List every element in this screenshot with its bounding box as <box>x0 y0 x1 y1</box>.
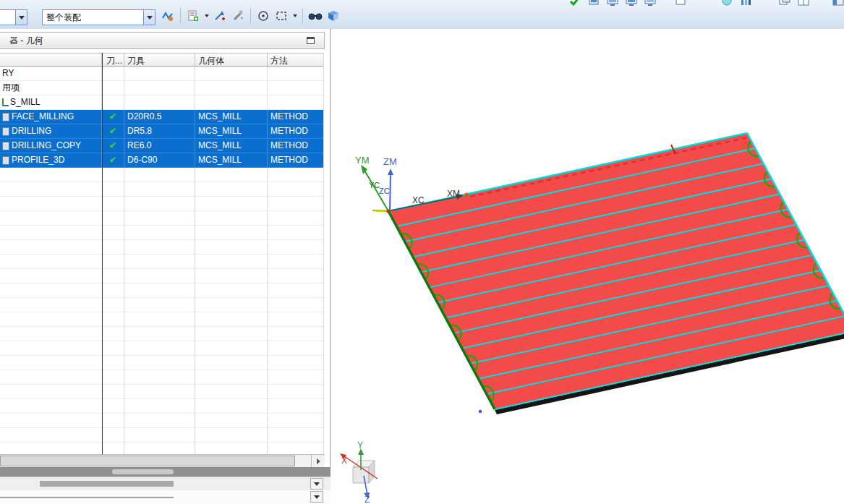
chevron-down-icon <box>314 482 320 486</box>
monitor-icon-2[interactable] <box>625 0 638 7</box>
column-line <box>124 168 124 454</box>
view-triad[interactable]: X Y Z <box>340 440 378 504</box>
toolbar-icon-group <box>160 8 341 24</box>
panel-splitter[interactable] <box>0 467 331 477</box>
window-icon[interactable] <box>674 0 687 7</box>
verify-check-icon[interactable] <box>568 0 581 7</box>
add-operation-icon[interactable] <box>212 8 228 24</box>
mcs-icon <box>2 98 9 106</box>
column-line <box>323 53 324 454</box>
operation-icon <box>2 113 9 121</box>
scrollbar-thumb[interactable] <box>40 481 174 487</box>
generated-check-icon: ✔ <box>109 126 116 136</box>
tool-cell: D6-C90 <box>124 153 195 168</box>
method-cell: METHOD <box>268 124 324 139</box>
column-header-tool[interactable]: 刀具 <box>124 54 195 66</box>
table-row-geometry[interactable]: RY <box>0 67 324 81</box>
scroll-down-button[interactable] <box>310 491 323 503</box>
operation-navigator-panel: 器 - 几何 刀... 刀具 几何体 方法 RY 用项 S_MILL <box>0 29 331 467</box>
operation-icon <box>2 142 9 150</box>
axis-label-ym: YM <box>355 155 370 166</box>
chevron-down-icon[interactable] <box>291 8 298 24</box>
visibility-glasses-icon[interactable] <box>307 8 323 24</box>
divider-line <box>0 497 174 498</box>
toolbar-separator <box>302 8 303 24</box>
horizontal-scrollbar[interactable] <box>0 454 325 467</box>
chevron-down-icon <box>314 495 320 499</box>
edit-tool-icon[interactable] <box>230 8 246 24</box>
table-row-profile-3d[interactable]: PROFILE_3D ✔ D6-C90 MCS_MILL METHOD <box>0 153 324 168</box>
chevron-down-icon[interactable] <box>15 10 27 25</box>
restore-window-icon[interactable] <box>307 37 315 44</box>
generated-check-icon: ✔ <box>109 140 116 150</box>
analysis-icon[interactable] <box>739 0 752 7</box>
monitor-icon-3[interactable] <box>644 0 657 7</box>
toolbar-separator <box>180 8 181 24</box>
axis-label-xc: XC <box>412 195 425 205</box>
node-label: RY <box>2 67 14 80</box>
panel-icon[interactable] <box>832 0 844 7</box>
operation-name: DRILLING_COPY <box>12 139 81 153</box>
operation-icon <box>2 127 9 136</box>
cascade-window-icon[interactable] <box>778 0 791 7</box>
table-row-drilling[interactable]: DRILLING ✔ DR5.8 MCS_MILL METHOD <box>0 124 324 139</box>
scroll-right-button[interactable] <box>311 455 325 467</box>
create-operation-icon[interactable] <box>185 8 201 24</box>
monitor-icon-1[interactable] <box>606 0 619 7</box>
graphics-viewport[interactable]: YM ZM YC ZC XC XM X <box>331 29 844 504</box>
workpiece-face[interactable] <box>388 133 844 409</box>
panel-title-bar[interactable]: 器 - 几何 <box>0 32 325 49</box>
table-row-unused-items[interactable]: 用项 <box>0 81 324 95</box>
bottom-scroll-strip-1[interactable] <box>0 477 331 490</box>
geometry-cell: MCS_MILL <box>195 139 268 153</box>
tool-cell: D20R0.5 <box>124 110 195 124</box>
triad-label-x: X <box>341 456 347 466</box>
geometry-cell: MCS_MILL <box>195 124 268 139</box>
table-header: 刀... 刀具 几何体 方法 <box>0 53 324 67</box>
triad-label-y: Y <box>357 440 363 450</box>
column-header-toolpath[interactable]: 刀... <box>102 54 124 66</box>
operation-table: RY 用项 S_MILL FACE_MILLING ✔ D20R0.5 MCS_… <box>0 67 324 168</box>
application-window: 整个装配 <box>0 0 844 504</box>
geometry-cell: MCS_MILL <box>195 153 268 168</box>
method-cell: METHOD <box>268 110 324 124</box>
generated-check-icon: ✔ <box>109 155 116 165</box>
snap-point-icon[interactable] <box>255 8 271 24</box>
chevron-right-icon <box>317 458 320 464</box>
toolbar-separator <box>250 8 251 24</box>
operation-name: PROFILE_3D <box>12 153 64 167</box>
show-toolpath-icon[interactable] <box>160 8 176 24</box>
axis-label-xm: XM <box>447 189 460 199</box>
splitter-grip[interactable] <box>112 469 174 474</box>
table-row-drilling-copy[interactable]: DRILLING_COPY ✔ RE6.0 MCS_MILL METHOD <box>0 139 324 153</box>
column-header-name[interactable] <box>0 54 102 66</box>
selection-box-icon[interactable] <box>273 8 289 24</box>
toolbar-right-icon-group <box>568 0 844 7</box>
axis-label-zm: ZM <box>383 156 397 167</box>
method-cell: METHOD <box>268 153 324 168</box>
node-label: S_MILL <box>10 95 40 109</box>
scroll-down-button[interactable] <box>310 478 323 490</box>
generated-check-icon: ✔ <box>109 111 116 121</box>
table-row-face-milling[interactable]: FACE_MILLING ✔ D20R0.5 MCS_MILL METHOD <box>0 110 324 124</box>
table-empty-area <box>0 168 324 454</box>
chevron-down-icon[interactable] <box>143 10 155 25</box>
split-window-icon[interactable] <box>797 0 810 7</box>
column-line <box>267 168 268 454</box>
bottom-scroll-strip-2[interactable] <box>0 490 331 504</box>
axis-label-zc: ZC <box>379 187 390 195</box>
scrollbar-thumb[interactable] <box>0 456 295 466</box>
chevron-down-icon[interactable] <box>203 8 210 24</box>
operation-name: FACE_MILLING <box>12 110 74 124</box>
operation-icon <box>2 156 9 165</box>
column-header-method[interactable]: 方法 <box>268 54 324 66</box>
column-header-geometry[interactable]: 几何体 <box>195 54 268 66</box>
layer-cube-icon[interactable] <box>325 8 341 24</box>
filter-combo-partial[interactable] <box>0 9 27 25</box>
point-marker <box>479 410 482 413</box>
sphere-icon[interactable] <box>720 0 733 7</box>
assembly-scope-combo[interactable]: 整个装配 <box>42 9 155 25</box>
tree-column-separator[interactable] <box>102 53 103 454</box>
machine-icon[interactable] <box>587 0 600 7</box>
table-row-mcs-mill[interactable]: S_MILL <box>0 95 324 110</box>
